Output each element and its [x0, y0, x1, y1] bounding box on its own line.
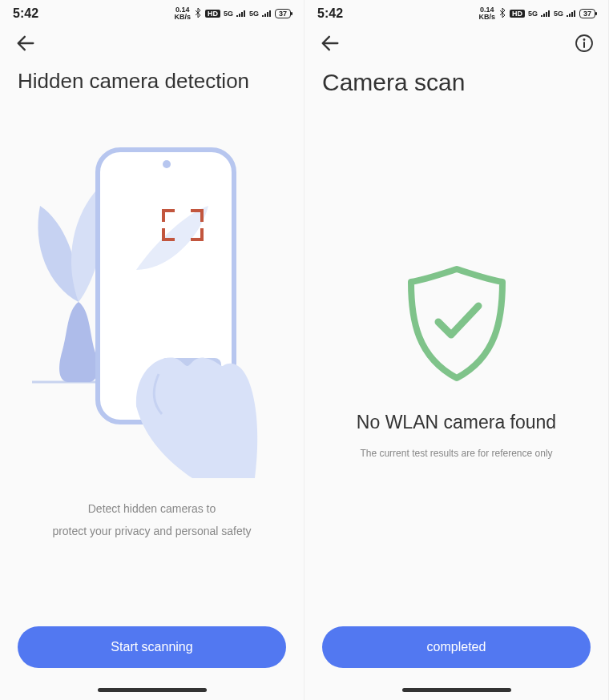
result-heading: No WLAN camera found — [357, 412, 556, 433]
shield-check-icon — [405, 264, 509, 383]
hd-icon: HD — [510, 10, 525, 18]
screen-hidden-camera-detection: 5:42 0.14KB/s HD 5G 5G 37 Hidden camera — [0, 0, 304, 700]
back-icon[interactable] — [319, 32, 341, 58]
back-icon[interactable] — [14, 32, 37, 58]
signal-bars-1-icon — [541, 9, 551, 18]
home-indicator[interactable] — [98, 688, 207, 692]
status-time: 5:42 — [317, 6, 343, 21]
svg-point-5 — [583, 38, 586, 41]
result-subtext: The current test results are for referen… — [360, 448, 552, 459]
status-indicators: 0.14KB/s HD 5G 5G 37 — [478, 6, 595, 21]
battery-icon: 37 — [275, 9, 291, 18]
screen-camera-scan-result: 5:42 0.14KB/s HD 5G 5G 37 — [304, 0, 609, 700]
description-text: Detect hidden cameras to protect your pr… — [52, 497, 251, 542]
battery-icon: 37 — [579, 9, 595, 18]
signal-label-2: 5G — [249, 10, 259, 18]
status-bar: 5:42 0.14KB/s HD 5G 5G 37 — [0, 0, 304, 27]
start-scanning-button[interactable]: Start scanning — [18, 626, 286, 668]
data-rate-icon: 0.14KB/s — [478, 6, 495, 21]
signal-bars-1-icon — [236, 9, 246, 18]
status-bar: 5:42 0.14KB/s HD 5G 5G 37 — [304, 0, 608, 27]
info-icon[interactable] — [575, 34, 594, 56]
status-indicators: 0.14KB/s HD 5G 5G 37 — [174, 6, 291, 21]
main-content: 02:36 Detect hidden cameras to protect y… — [0, 94, 304, 626]
signal-label-1: 5G — [224, 10, 233, 18]
svg-rect-6 — [583, 42, 585, 48]
status-time: 5:42 — [13, 6, 38, 21]
hd-icon: HD — [205, 10, 220, 18]
signal-bars-2-icon — [262, 9, 272, 18]
main-content: No WLAN camera found The current test re… — [304, 96, 608, 626]
page-title: Hidden camera detection — [0, 62, 304, 94]
signal-label-2: 5G — [554, 10, 563, 18]
completed-button[interactable]: completed — [322, 626, 591, 668]
bluetooth-icon — [498, 8, 506, 19]
nav-bar — [0, 27, 304, 62]
home-indicator[interactable] — [402, 688, 511, 692]
signal-bars-2-icon — [567, 9, 576, 18]
illustration-phone-scan: 02:36 — [24, 126, 280, 478]
data-rate-icon: 0.14KB/s — [174, 6, 191, 21]
nav-bar — [304, 27, 608, 62]
page-title: Camera scan — [304, 62, 608, 96]
signal-label-1: 5G — [528, 10, 538, 18]
bluetooth-icon — [194, 8, 202, 19]
svg-point-2 — [163, 160, 171, 168]
